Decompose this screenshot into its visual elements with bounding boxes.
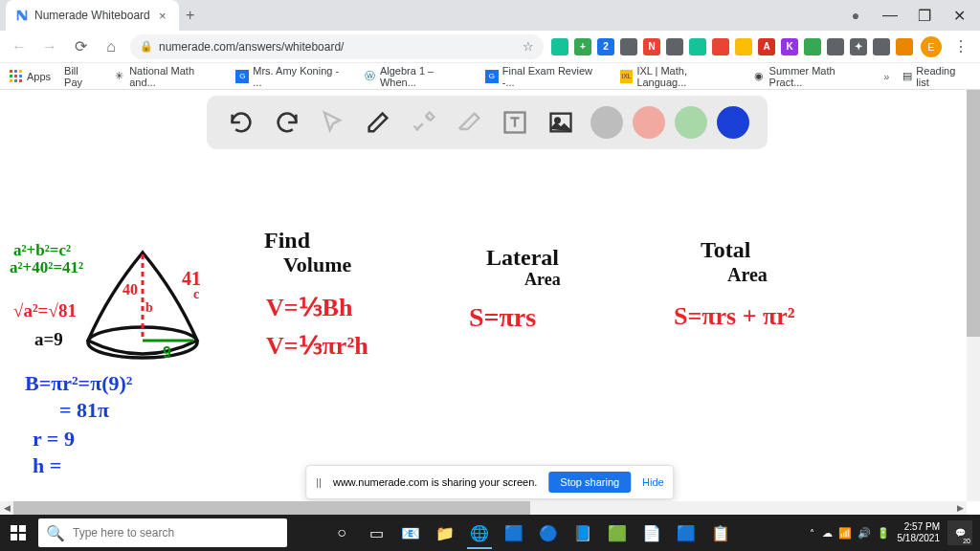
bookmark-icon: ◉ [752, 70, 766, 83]
whiteboard-canvas[interactable]: 9 a²+b²=c² a²+40²=41² √a²=√81 a=9 40 41 … [0, 159, 980, 501]
extension-icon[interactable] [804, 38, 821, 55]
start-button[interactable] [0, 515, 36, 551]
app-icon[interactable]: 📧 [394, 517, 427, 549]
new-tab-button[interactable]: + [179, 7, 202, 24]
extension-icon[interactable]: + [574, 38, 591, 55]
word-icon[interactable]: 🟦 [670, 517, 702, 549]
maximize-button[interactable]: ❐ [909, 3, 940, 28]
back-button[interactable]: ← [8, 35, 31, 58]
pointer-tool[interactable] [316, 106, 348, 139]
profile-avatar[interactable]: E [921, 36, 942, 57]
text-B: B=πr²=π(9)² [25, 371, 132, 396]
stop-sharing-button[interactable]: Stop sharing [548, 472, 631, 493]
minimize-button[interactable]: — [875, 3, 905, 28]
eraser-tool[interactable] [454, 106, 486, 139]
bookmark-icon: ✳ [112, 70, 125, 83]
vertical-scrollbar[interactable] [967, 90, 980, 501]
omnibox[interactable]: 🔒 numerade.com/answers/whiteboard/ ☆ [130, 34, 544, 59]
chrome-menu-icon[interactable]: ⋮ [949, 35, 972, 58]
bookmark-summer-math[interactable]: ◉Summer Math Pract... [752, 65, 871, 88]
scroll-right-arrow[interactable]: ▶ [953, 501, 967, 515]
browser-tab[interactable]: Numerade Whiteboard × [6, 0, 179, 31]
tab-close-icon[interactable]: × [156, 9, 169, 22]
app-icon[interactable]: 📄 [635, 517, 668, 549]
formula-V2: V=⅓πr²h [266, 331, 368, 361]
color-swatch[interactable] [675, 106, 707, 139]
bookmark-amy-koning[interactable]: GMrs. Amy Koning - ... [235, 65, 349, 88]
scroll-left-arrow[interactable]: ◀ [0, 501, 13, 515]
search-input[interactable] [73, 526, 279, 540]
onedrive-icon[interactable]: ☁ [822, 527, 833, 540]
reading-list-button[interactable]: ▤Reading list [902, 65, 970, 88]
app-icon[interactable]: 📋 [704, 517, 737, 549]
extension-icon[interactable]: N [643, 38, 660, 55]
bookmark-final-exam[interactable]: GFinal Exam Review -... [485, 65, 607, 88]
text-r9: r = 9 [33, 427, 75, 452]
notifications-button[interactable]: 💬20 [947, 520, 972, 545]
extension-icon[interactable] [735, 38, 752, 55]
windows-taskbar: 🔍 ○ ▭ 📧 📁 🌐 🟦 🔵 📘 🟩 📄 🟦 📋 ˄ ☁ 📶 🔊 🔋 2:57… [0, 515, 980, 551]
image-tool[interactable] [545, 106, 577, 139]
bookmark-star-icon[interactable]: ☆ [523, 39, 534, 54]
app-icon[interactable]: 📁 [429, 517, 461, 549]
bookmark-ixl[interactable]: IXLIXL | Math, Languag... [620, 65, 739, 88]
forward-button[interactable]: → [38, 35, 61, 58]
color-swatch[interactable] [590, 106, 623, 139]
extension-icon[interactable] [827, 38, 844, 55]
extension-icon[interactable]: 2 [597, 38, 614, 55]
extension-icon[interactable]: A [758, 38, 775, 55]
app-icon[interactable]: 📘 [567, 517, 599, 549]
taskbar-search[interactable]: 🔍 [38, 518, 287, 547]
scroll-thumb[interactable] [13, 501, 530, 515]
svg-rect-8 [19, 525, 26, 532]
bookmarks-overflow[interactable]: » [883, 71, 889, 82]
tools-icon[interactable] [408, 106, 440, 139]
whiteboard-toolbar [207, 96, 768, 149]
redo-button[interactable] [271, 106, 303, 139]
undo-button[interactable] [225, 106, 257, 139]
color-swatch[interactable] [633, 106, 665, 139]
scroll-thumb[interactable] [967, 90, 980, 337]
reload-button[interactable]: ⟳ [69, 35, 92, 58]
bookmark-algebra[interactable]: ⓦAlgebra 1 – When... [363, 65, 472, 88]
extension-icon[interactable] [896, 38, 913, 55]
extension-icon[interactable]: K [781, 38, 798, 55]
account-indicator-icon[interactable]: ● [840, 3, 871, 28]
bookmark-national-math[interactable]: ✳National Math and... [112, 65, 222, 88]
app-icon[interactable]: 🟩 [601, 517, 634, 549]
horizontal-scrollbar[interactable]: ◀ ▶ [0, 501, 967, 515]
task-view-icon[interactable]: ▭ [360, 517, 392, 549]
system-tray: ˄ ☁ 📶 🔊 🔋 2:57 PM 5/18/2021 💬20 [810, 520, 981, 545]
pen-tool[interactable] [362, 106, 394, 139]
battery-icon[interactable]: 🔋 [877, 527, 890, 540]
extension-icon[interactable] [712, 38, 729, 55]
chrome-icon[interactable]: 🌐 [463, 517, 496, 549]
extension-icon[interactable] [689, 38, 706, 55]
taskbar-apps: ○ ▭ 📧 📁 🌐 🟦 🔵 📘 🟩 📄 🟦 📋 [325, 517, 737, 549]
formula-V1: V=⅓Bh [266, 293, 352, 322]
lock-icon: 🔒 [140, 40, 153, 53]
extension-icon[interactable] [666, 38, 683, 55]
extension-icon[interactable] [551, 38, 568, 55]
cortana-icon[interactable]: ○ [325, 517, 358, 549]
extension-icon[interactable] [620, 38, 637, 55]
tray-expand-icon[interactable]: ˄ [810, 528, 814, 539]
app-icon[interactable]: 🔵 [532, 517, 565, 549]
home-button[interactable]: ⌂ [100, 35, 122, 58]
taskbar-clock[interactable]: 2:57 PM 5/18/2021 [898, 521, 941, 544]
text-tool[interactable] [499, 106, 531, 139]
hide-share-button[interactable]: Hide [642, 476, 664, 488]
volume-icon[interactable]: 🔊 [858, 527, 871, 540]
wifi-icon[interactable]: 📶 [838, 527, 852, 540]
tab-title: Numerade Whiteboard [34, 9, 150, 22]
window-titlebar: Numerade Whiteboard × + ● — ❐ ✕ [0, 0, 980, 31]
app-icon[interactable]: 🟦 [498, 517, 530, 549]
extension-icon[interactable]: ✦ [850, 38, 867, 55]
bookmark-bill-pay[interactable]: Bill Pay [64, 65, 99, 88]
share-handle-icon[interactable]: || [316, 476, 322, 488]
svg-text:9: 9 [163, 344, 171, 361]
extension-icon[interactable] [873, 38, 890, 55]
close-window-button[interactable]: ✕ [944, 3, 974, 28]
color-swatch[interactable] [717, 106, 749, 139]
apps-button[interactable]: Apps [10, 70, 51, 83]
